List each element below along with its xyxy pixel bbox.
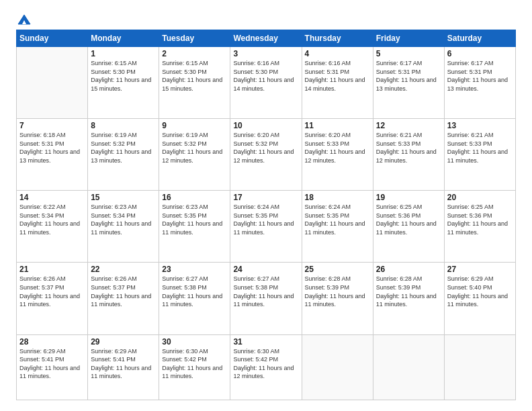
calendar-week-2: 14Sunrise: 6:22 AMSunset: 5:34 PMDayligh…: [17, 191, 516, 263]
day-info: Sunrise: 6:17 AMSunset: 5:31 PMDaylight:…: [376, 59, 441, 93]
day-info: Sunrise: 6:23 AMSunset: 5:35 PMDaylight:…: [162, 203, 227, 236]
calendar-cell: 15Sunrise: 6:23 AMSunset: 5:34 PMDayligh…: [88, 191, 159, 263]
day-number: 22: [91, 265, 156, 274]
calendar-cell: 25Sunrise: 6:28 AMSunset: 5:39 PMDayligh…: [302, 263, 373, 334]
day-number: 11: [305, 121, 370, 130]
calendar-cell: 21Sunrise: 6:26 AMSunset: 5:37 PMDayligh…: [17, 263, 88, 334]
calendar-cell: 11Sunrise: 6:20 AMSunset: 5:33 PMDayligh…: [302, 119, 373, 191]
day-info: Sunrise: 6:15 AMSunset: 5:30 PMDaylight:…: [162, 59, 227, 93]
day-number: 29: [91, 337, 156, 347]
day-info: Sunrise: 6:27 AMSunset: 5:38 PMDaylight:…: [233, 275, 298, 308]
day-number: 1: [91, 49, 156, 58]
calendar-dow-thursday: Thursday: [302, 30, 373, 47]
calendar-dow-saturday: Saturday: [444, 30, 515, 47]
calendar-week-4: 28Sunrise: 6:29 AMSunset: 5:41 PMDayligh…: [17, 334, 516, 400]
calendar-cell: [302, 334, 373, 400]
day-info: Sunrise: 6:25 AMSunset: 5:36 PMDaylight:…: [447, 203, 513, 236]
calendar-cell: 28Sunrise: 6:29 AMSunset: 5:41 PMDayligh…: [17, 334, 88, 400]
day-info: Sunrise: 6:17 AMSunset: 5:31 PMDaylight:…: [447, 59, 513, 93]
calendar-cell: [444, 334, 515, 400]
day-number: 27: [447, 265, 513, 274]
day-info: Sunrise: 6:26 AMSunset: 5:37 PMDaylight:…: [19, 275, 85, 308]
day-number: 21: [19, 265, 85, 274]
day-number: 7: [19, 121, 85, 130]
calendar-dow-friday: Friday: [373, 30, 444, 47]
day-info: Sunrise: 6:27 AMSunset: 5:38 PMDaylight:…: [162, 275, 227, 308]
calendar-cell: 1Sunrise: 6:15 AMSunset: 5:30 PMDaylight…: [88, 47, 159, 119]
day-number: 18: [305, 193, 370, 202]
day-number: 31: [233, 337, 298, 347]
calendar-dow-wednesday: Wednesday: [230, 30, 302, 47]
day-number: 24: [233, 265, 298, 274]
calendar-cell: 27Sunrise: 6:29 AMSunset: 5:40 PMDayligh…: [444, 263, 515, 334]
calendar-cell: 12Sunrise: 6:21 AMSunset: 5:33 PMDayligh…: [373, 119, 444, 191]
day-number: 2: [162, 49, 227, 58]
calendar-cell: 22Sunrise: 6:26 AMSunset: 5:37 PMDayligh…: [88, 263, 159, 334]
day-info: Sunrise: 6:25 AMSunset: 5:36 PMDaylight:…: [376, 203, 441, 236]
calendar-cell: 7Sunrise: 6:18 AMSunset: 5:31 PMDaylight…: [17, 119, 88, 191]
calendar-cell: 4Sunrise: 6:16 AMSunset: 5:31 PMDaylight…: [302, 47, 373, 119]
day-number: 28: [19, 337, 85, 347]
day-info: Sunrise: 6:26 AMSunset: 5:37 PMDaylight:…: [91, 275, 156, 308]
day-number: 16: [162, 193, 227, 202]
calendar-cell: 6Sunrise: 6:17 AMSunset: 5:31 PMDaylight…: [444, 47, 515, 119]
day-number: 25: [305, 265, 370, 274]
calendar-cell: 8Sunrise: 6:19 AMSunset: 5:32 PMDaylight…: [88, 119, 159, 191]
day-number: 26: [376, 265, 441, 274]
day-info: Sunrise: 6:20 AMSunset: 5:32 PMDaylight:…: [233, 131, 298, 165]
calendar-week-3: 21Sunrise: 6:26 AMSunset: 5:37 PMDayligh…: [17, 263, 516, 334]
calendar-cell: 16Sunrise: 6:23 AMSunset: 5:35 PMDayligh…: [159, 191, 230, 263]
calendar-week-1: 7Sunrise: 6:18 AMSunset: 5:31 PMDaylight…: [17, 119, 516, 191]
day-info: Sunrise: 6:29 AMSunset: 5:41 PMDaylight:…: [19, 347, 85, 381]
day-number: 4: [305, 49, 370, 58]
calendar-cell: 10Sunrise: 6:20 AMSunset: 5:32 PMDayligh…: [230, 119, 302, 191]
calendar-dow-tuesday: Tuesday: [159, 30, 230, 47]
calendar-cell: 23Sunrise: 6:27 AMSunset: 5:38 PMDayligh…: [159, 263, 230, 334]
calendar-cell: 17Sunrise: 6:24 AMSunset: 5:35 PMDayligh…: [230, 191, 302, 263]
day-info: Sunrise: 6:15 AMSunset: 5:30 PMDaylight:…: [91, 59, 156, 93]
calendar-cell: 31Sunrise: 6:30 AMSunset: 5:42 PMDayligh…: [230, 334, 302, 400]
calendar-cell: 5Sunrise: 6:17 AMSunset: 5:31 PMDaylight…: [373, 47, 444, 119]
day-number: 30: [162, 337, 227, 347]
logo: [16, 13, 32, 23]
day-info: Sunrise: 6:18 AMSunset: 5:31 PMDaylight:…: [19, 131, 85, 165]
calendar-cell: 24Sunrise: 6:27 AMSunset: 5:38 PMDayligh…: [230, 263, 302, 334]
day-info: Sunrise: 6:19 AMSunset: 5:32 PMDaylight:…: [162, 131, 227, 165]
day-number: 6: [447, 49, 513, 58]
calendar-table: SundayMondayTuesdayWednesdayThursdayFrid…: [16, 30, 516, 400]
day-number: 19: [376, 193, 441, 202]
calendar-dow-sunday: Sunday: [17, 30, 88, 47]
calendar-cell: 20Sunrise: 6:25 AMSunset: 5:36 PMDayligh…: [444, 191, 515, 263]
day-info: Sunrise: 6:16 AMSunset: 5:31 PMDaylight:…: [305, 59, 370, 93]
day-info: Sunrise: 6:28 AMSunset: 5:39 PMDaylight:…: [305, 275, 370, 308]
day-number: 20: [447, 193, 513, 202]
logo-icon: [17, 13, 32, 26]
calendar-cell: 9Sunrise: 6:19 AMSunset: 5:32 PMDaylight…: [159, 119, 230, 191]
calendar-cell: 26Sunrise: 6:28 AMSunset: 5:39 PMDayligh…: [373, 263, 444, 334]
day-info: Sunrise: 6:24 AMSunset: 5:35 PMDaylight:…: [233, 203, 298, 236]
day-info: Sunrise: 6:29 AMSunset: 5:40 PMDaylight:…: [447, 275, 513, 308]
day-number: 12: [376, 121, 441, 130]
calendar-cell: [17, 47, 88, 119]
calendar-cell: 13Sunrise: 6:21 AMSunset: 5:33 PMDayligh…: [444, 119, 515, 191]
day-info: Sunrise: 6:28 AMSunset: 5:39 PMDaylight:…: [376, 275, 441, 308]
day-info: Sunrise: 6:24 AMSunset: 5:35 PMDaylight:…: [305, 203, 370, 236]
day-number: 10: [233, 121, 298, 130]
calendar-dow-monday: Monday: [88, 30, 159, 47]
day-info: Sunrise: 6:21 AMSunset: 5:33 PMDaylight:…: [376, 131, 441, 165]
calendar-header-row: SundayMondayTuesdayWednesdayThursdayFrid…: [17, 30, 516, 47]
header: [16, 13, 516, 23]
calendar-cell: 19Sunrise: 6:25 AMSunset: 5:36 PMDayligh…: [373, 191, 444, 263]
calendar-cell: [373, 334, 444, 400]
page: SundayMondayTuesdayWednesdayThursdayFrid…: [0, 0, 532, 411]
day-number: 17: [233, 193, 298, 202]
day-info: Sunrise: 6:23 AMSunset: 5:34 PMDaylight:…: [91, 203, 156, 236]
day-info: Sunrise: 6:20 AMSunset: 5:33 PMDaylight:…: [305, 131, 370, 165]
day-number: 23: [162, 265, 227, 274]
day-info: Sunrise: 6:30 AMSunset: 5:42 PMDaylight:…: [233, 347, 298, 381]
day-info: Sunrise: 6:21 AMSunset: 5:33 PMDaylight:…: [447, 131, 513, 165]
day-number: 13: [447, 121, 513, 130]
calendar-cell: 2Sunrise: 6:15 AMSunset: 5:30 PMDaylight…: [159, 47, 230, 119]
calendar-cell: 30Sunrise: 6:30 AMSunset: 5:42 PMDayligh…: [159, 334, 230, 400]
day-number: 14: [19, 193, 85, 202]
